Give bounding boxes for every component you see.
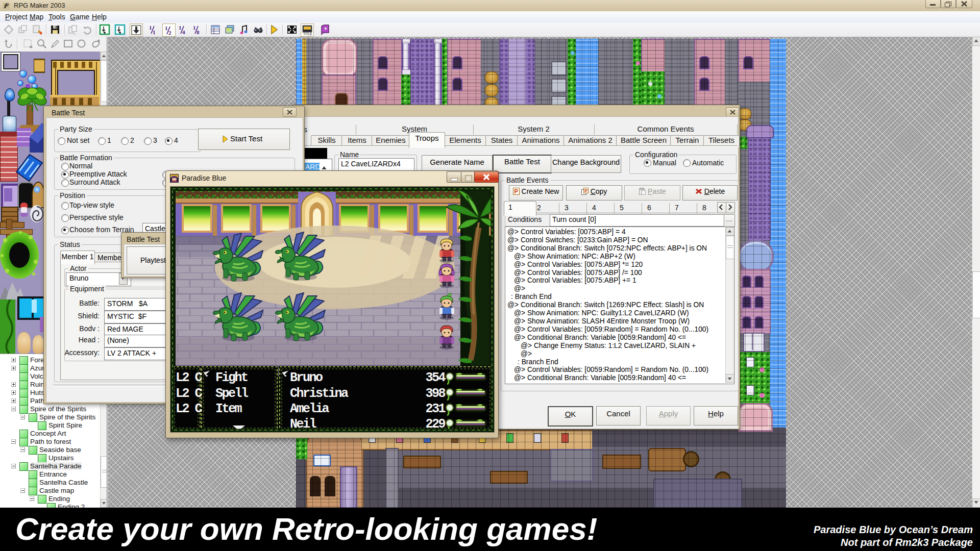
svg-text:Fight: Fight	[215, 370, 248, 385]
svg-text:1: 1	[165, 25, 168, 31]
svg-text:1: 1	[153, 29, 156, 35]
svg-text:Bruno: Bruno	[290, 370, 323, 385]
svg-text:2: 2	[168, 30, 172, 36]
svg-text:4: 4	[182, 29, 185, 35]
svg-text:L2 C: L2 C	[176, 402, 203, 416]
svg-text:L2 C: L2 C	[176, 386, 203, 401]
svg-text:Amelia: Amelia	[290, 402, 330, 416]
svg-text:L2 C: L2 C	[176, 370, 203, 385]
svg-text:1: 1	[193, 24, 196, 31]
svg-text:Christina: Christina	[290, 386, 349, 401]
svg-text:354: 354	[425, 370, 446, 385]
svg-text:Item: Item	[215, 402, 242, 416]
svg-text:1: 1	[179, 24, 182, 31]
svg-text:8: 8	[197, 29, 200, 35]
svg-text:398: 398	[425, 386, 445, 401]
svg-text:P: P	[514, 188, 518, 194]
svg-text:Spell: Spell	[215, 386, 248, 401]
svg-text:1: 1	[149, 24, 152, 31]
svg-text:TITLE: TITLE	[303, 32, 312, 36]
svg-text:231: 231	[425, 402, 445, 416]
svg-text:P: P	[584, 188, 587, 193]
